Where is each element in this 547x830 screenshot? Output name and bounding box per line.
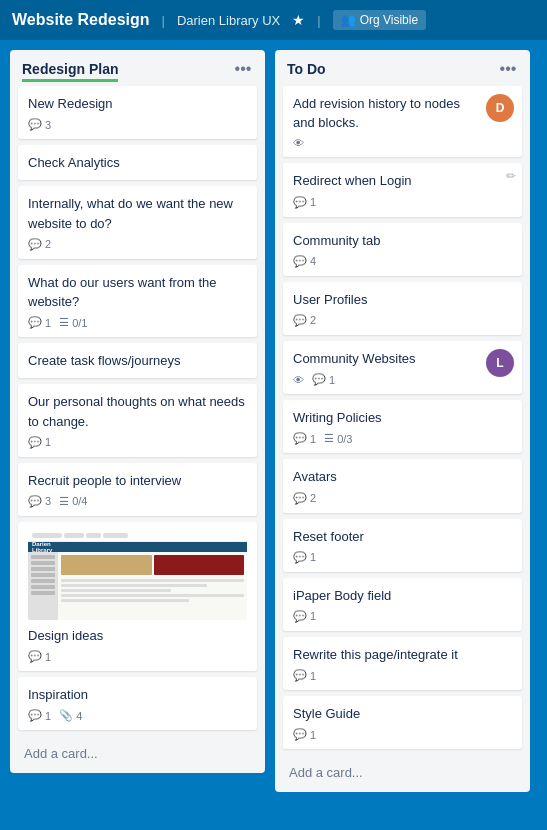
add-card-button-redesign[interactable]: Add a card... [18, 742, 257, 765]
card-meta: 💬 4 [293, 255, 512, 268]
comment-icon: 💬 [293, 314, 307, 327]
card-internally-what[interactable]: Internally, what do we want the new webs… [18, 186, 257, 258]
comment-icon: 💬 [28, 709, 42, 722]
board-title: Website Redesign [12, 11, 150, 29]
card-meta: 💬 1 [293, 610, 512, 623]
comment-count: 💬 1 [28, 709, 51, 722]
comment-count: 💬 1 [293, 610, 316, 623]
checklist-icon: ☰ [59, 316, 69, 329]
card-rewrite-page[interactable]: Rewrite this page/integrate it 💬 1 [283, 637, 522, 690]
comment-count: 💬 1 [293, 551, 316, 564]
comment-icon: 💬 [293, 196, 307, 209]
clip-icon: 📎 [59, 709, 73, 722]
list-to-do: To Do ••• Add revision history to nodes … [275, 50, 530, 792]
card-meta: 💬 1 📎 4 [28, 709, 247, 722]
avatar: D [486, 94, 514, 122]
card-ipaper-body[interactable]: iPaper Body field 💬 1 [283, 578, 522, 631]
clip-count: 📎 4 [59, 709, 82, 722]
card-recruit-people[interactable]: Recruit people to interview 💬 3 ☰ 0/4 [18, 463, 257, 516]
card-title: Reset footer [293, 529, 364, 544]
card-meta: 💬 1 [28, 436, 247, 449]
app-header: Website Redesign | Darien Library UX ★ |… [0, 0, 547, 40]
card-title: User Profiles [293, 292, 367, 307]
board-subtitle[interactable]: Darien Library UX [177, 13, 280, 28]
card-title: Our personal thoughts on what needs to c… [28, 394, 245, 428]
card-avatars[interactable]: Avatars 💬 2 [283, 459, 522, 512]
card-meta: 💬 1 [293, 669, 512, 682]
visibility-button[interactable]: 👥 Org Visible [333, 10, 426, 30]
list-title-to-do: To Do [287, 61, 326, 77]
comment-icon: 💬 [28, 238, 42, 251]
comment-count: 💬 3 [28, 118, 51, 131]
comment-count: 💬 1 [293, 669, 316, 682]
card-meta: 💬 3 ☰ 0/4 [28, 495, 247, 508]
star-icon[interactable]: ★ [292, 12, 305, 28]
card-meta: 💬 2 [293, 492, 512, 505]
comment-icon: 💬 [293, 492, 307, 505]
comment-icon: 💬 [293, 551, 307, 564]
card-meta: 👁 [293, 137, 472, 149]
card-title: Community Websites [293, 351, 416, 366]
card-title: Community tab [293, 233, 380, 248]
comment-count: 💬 1 [28, 650, 51, 663]
card-title: New Redesign [28, 96, 113, 111]
list-menu-button[interactable]: ••• [233, 60, 253, 78]
comment-count: 💬 1 [312, 373, 335, 386]
eye-icon-item: 👁 [293, 374, 304, 386]
eye-icon: 👁 [293, 374, 304, 386]
checklist-count: ☰ 0/3 [324, 432, 352, 445]
card-title: Recruit people to interview [28, 473, 181, 488]
comment-icon: 💬 [293, 669, 307, 682]
comment-icon: 💬 [293, 432, 307, 445]
checklist-count: ☰ 0/1 [59, 316, 87, 329]
comment-count: 💬 1 [293, 196, 316, 209]
list-menu-button[interactable]: ••• [498, 60, 518, 78]
card-title: Internally, what do we want the new webs… [28, 196, 233, 230]
visibility-icon: 👥 [341, 13, 356, 27]
eye-icon: 👁 [293, 137, 304, 149]
checklist-count: ☰ 0/4 [59, 495, 87, 508]
card-writing-policies[interactable]: Writing Policies 💬 1 ☰ 0/3 [283, 400, 522, 453]
card-users-want[interactable]: What do our users want from the website?… [18, 265, 257, 337]
card-title: What do our users want from the website? [28, 275, 217, 309]
card-meta: 💬 2 [293, 314, 512, 327]
visibility-label: Org Visible [360, 13, 418, 27]
card-thumbnail: DarienLibrary [28, 530, 247, 620]
edit-icon[interactable]: ✏ [506, 169, 516, 183]
card-title: iPaper Body field [293, 588, 391, 603]
comment-icon: 💬 [28, 495, 42, 508]
card-community-websites[interactable]: Community Websites L 👁 💬 1 [283, 341, 522, 394]
card-check-analytics[interactable]: Check Analytics [18, 145, 257, 180]
comment-icon: 💬 [28, 118, 42, 131]
card-user-profiles[interactable]: User Profiles 💬 2 [283, 282, 522, 335]
list-header-to-do: To Do ••• [283, 58, 522, 80]
list-redesign-plan: Redesign Plan ••• New Redesign 💬 3 Check… [10, 50, 265, 773]
card-create-task[interactable]: Create task flows/journeys [18, 343, 257, 378]
card-meta: 💬 1 [293, 728, 512, 741]
checklist-icon: ☰ [324, 432, 334, 445]
card-inspiration[interactable]: Inspiration 💬 1 📎 4 [18, 677, 257, 730]
card-title: Avatars [293, 469, 337, 484]
card-title: Create task flows/journeys [28, 353, 180, 368]
checklist-icon: ☰ [59, 495, 69, 508]
card-meta: 💬 1 [293, 196, 512, 209]
card-design-ideas[interactable]: DarienLibrary [18, 522, 257, 671]
add-card-button-todo[interactable]: Add a card... [283, 761, 522, 784]
list-title-text: Redesign Plan [22, 61, 118, 82]
comment-icon: 💬 [312, 373, 326, 386]
card-redirect-login[interactable]: Redirect when Login ✏ 💬 1 [283, 163, 522, 216]
comment-count: 💬 2 [293, 314, 316, 327]
card-style-guide[interactable]: Style Guide 💬 1 [283, 696, 522, 749]
card-title: Rewrite this page/integrate it [293, 647, 458, 662]
comment-icon: 💬 [293, 610, 307, 623]
card-meta: 💬 3 [28, 118, 247, 131]
card-community-tab[interactable]: Community tab 💬 4 [283, 223, 522, 276]
list-header-redesign-plan: Redesign Plan ••• [18, 58, 257, 80]
card-reset-footer[interactable]: Reset footer 💬 1 [283, 519, 522, 572]
avatar: L [486, 349, 514, 377]
comment-count: 💬 4 [293, 255, 316, 268]
card-personal-thoughts[interactable]: Our personal thoughts on what needs to c… [18, 384, 257, 456]
card-title: Check Analytics [28, 155, 120, 170]
card-add-revision[interactable]: Add revision history to nodes and blocks… [283, 86, 522, 157]
card-new-redesign[interactable]: New Redesign 💬 3 [18, 86, 257, 139]
